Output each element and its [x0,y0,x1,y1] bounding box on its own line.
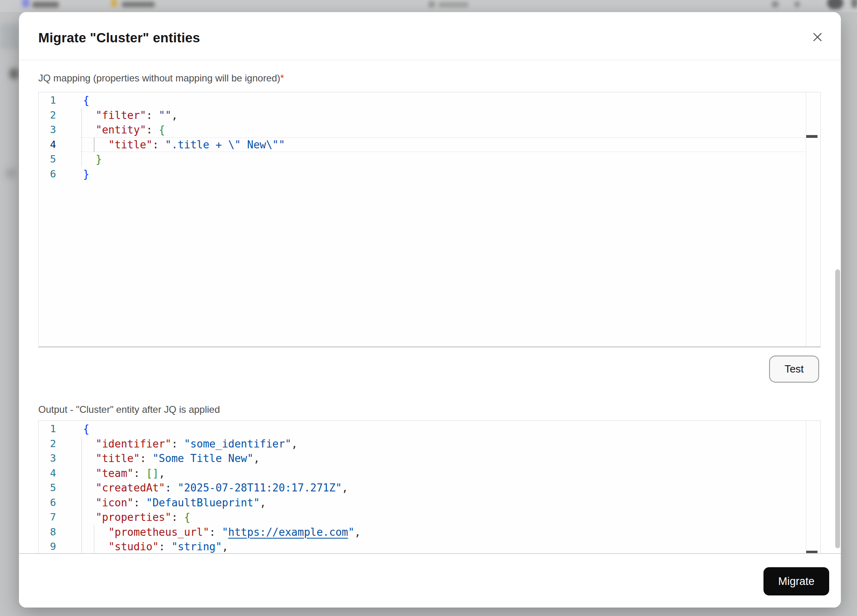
code-text: "properties": { [83,510,190,525]
line-number: 5 [39,481,56,495]
code-line[interactable]: 4 "team": [], [39,466,820,481]
code-line[interactable]: 5 "createdAt": "2025-07-28T11:20:17.271Z… [39,481,820,495]
header-divider [19,60,841,60]
indent-guide [81,495,82,510]
line-number: 6 [39,495,56,510]
background-search-label [439,2,468,7]
line-number: 5 [39,152,56,167]
modal-title: Migrate "Cluster" entities [38,30,200,46]
code-line[interactable]: 7 "properties": { [39,510,820,525]
editor-lines: 1{2 "identifier": "some_identifier",3 "t… [39,421,820,553]
output-editor[interactable]: 1{2 "identifier": "some_identifier",3 "t… [38,420,821,553]
jq-mapping-label: JQ mapping (properties without mapping w… [38,73,284,84]
cursor-overview-mark [806,135,817,138]
line-number: 7 [39,510,56,525]
line-number: 2 [39,437,56,452]
code-text: "icon": "DefaultBlueprint", [83,495,266,510]
line-number: 3 [39,451,56,466]
migrate-button[interactable]: Migrate [763,567,829,595]
code-text: "title": "Some Title New", [83,451,260,466]
code-line[interactable]: 9 "studio": "string", [39,539,820,553]
indent-guide [81,123,82,137]
background-tab-services-label [122,2,155,7]
migrate-entities-modal: Migrate "Cluster" entities JQ mapping (p… [19,12,841,608]
line-number: 1 [39,93,56,108]
test-button[interactable]: Test [769,356,819,383]
background-sidebar-block [0,23,19,49]
code-text: "entity": { [83,123,165,137]
code-text: "team": [], [83,466,165,481]
indent-guide [81,466,82,481]
screen: Migrate "Cluster" entities JQ mapping (p… [0,0,857,616]
indent-guide [81,451,82,466]
search-icon [428,1,435,8]
background-toolbar-icon-1 [772,1,778,7]
overview-ruler [806,421,820,553]
output-label: Output - "Cluster" entity after JQ is ap… [38,404,220,415]
background-tab-catalog-label [32,2,59,8]
indent-guide [81,510,82,525]
indent-guide [81,152,82,167]
indent-guide [81,481,82,495]
indent-guide [81,137,82,152]
background-toolbar-icon-2 [795,2,800,7]
editor-lines: 1{2 "filter": "",3 "entity": {4 "title":… [39,92,820,346]
indent-guide [81,539,82,553]
code-line[interactable]: 5 } [39,152,820,167]
code-line[interactable]: 4 "title": ".title + \" New\"" [39,137,820,152]
code-line[interactable]: 3 "title": "Some Title New", [39,451,820,466]
avatar [827,0,843,9]
code-text: "studio": "string", [83,539,228,553]
background-tab-services-icon [111,0,117,7]
background-sidebar-icon [10,69,19,79]
code-text: "createdAt": "2025-07-28T11:20:17.271Z", [83,481,348,495]
line-number: 4 [39,137,56,152]
line-number: 9 [39,539,56,553]
code-line[interactable]: 1{ [39,422,820,437]
code-line[interactable]: 6 "icon": "DefaultBlueprint", [39,495,820,510]
background-tab-catalog-icon [22,0,29,7]
background-sidebar-icon-2 [6,169,16,178]
code-text: { [83,93,89,108]
code-line[interactable]: 3 "entity": { [39,123,820,137]
code-text: "prometheus_url": "https://example.com", [83,525,361,540]
overview-ruler [806,92,820,346]
line-number: 6 [39,167,56,182]
indent-guide [81,437,82,452]
line-number: 2 [39,108,56,123]
code-line[interactable]: 2 "filter": "", [39,108,820,123]
code-text: } [83,152,102,167]
indent-guide [81,108,82,123]
code-line[interactable]: 6} [39,167,820,182]
modal-scrollbar-thumb[interactable] [835,269,840,548]
code-line[interactable]: 2 "identifier": "some_identifier", [39,437,820,452]
line-number: 4 [39,466,56,481]
line-number: 8 [39,525,56,540]
code-text: "filter": "", [83,108,178,123]
line-number: 1 [39,422,56,437]
indent-guide [81,525,82,540]
code-text: "identifier": "some_identifier", [83,437,297,452]
background-corner-blob [851,0,857,8]
line-number: 3 [39,123,56,137]
code-line[interactable]: 8 "prometheus_url": "https://example.com… [39,525,820,540]
code-line[interactable]: 1{ [39,93,820,108]
background-top-toolbar [0,0,857,12]
required-asterisk: * [280,73,284,83]
code-text: { [83,422,89,437]
code-text: "title": ".title + \" New\"" [83,137,285,152]
close-button[interactable] [809,28,826,46]
code-text: } [83,167,89,182]
jq-mapping-editor[interactable]: 1{2 "filter": "",3 "entity": {4 "title":… [38,92,821,348]
modal-footer: Migrate [19,553,841,608]
close-icon [811,31,824,43]
